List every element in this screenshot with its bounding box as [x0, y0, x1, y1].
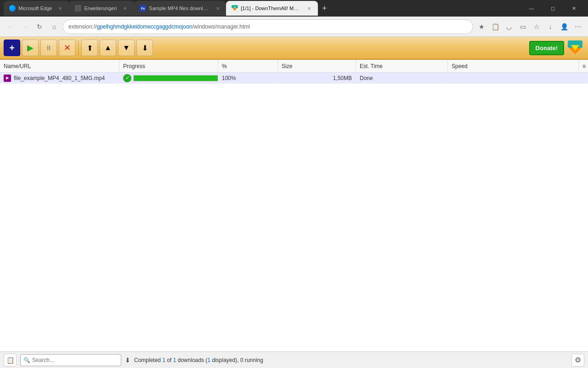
tab-microsoft-edge[interactable]: Microsoft Edge ✕	[4, 1, 69, 16]
tab-erweiterungen[interactable]: Erweiterungen ✕	[69, 1, 134, 16]
minimize-button[interactable]: —	[521, 1, 542, 16]
navigation-bar: ← → ↻ ⌂ extension://gpelhghmdgkkeidomecc…	[0, 17, 588, 37]
tab-sample-mp4[interactable]: Fe Sample MP4 files download | Fil... ✕	[134, 1, 226, 16]
refresh-button[interactable]: ↻	[33, 20, 46, 33]
stop-icon: ✕	[64, 43, 71, 53]
move-up-icon: ▲	[104, 44, 112, 52]
download-icon[interactable]: ↓	[544, 20, 557, 33]
favorites-bar-icon[interactable]: ☆	[530, 20, 543, 33]
address-bar[interactable]: extension://gpelhghmdgkkeidomeccgaggdcmo…	[62, 19, 473, 34]
tab-erweiterungen-close[interactable]: ✕	[121, 5, 129, 12]
new-tab-button[interactable]: +	[318, 2, 331, 15]
cell-esttime: Done	[356, 73, 448, 83]
progress-bar-container	[133, 75, 218, 81]
address-path: /windows/manager.html	[192, 23, 250, 30]
col-header-esttime[interactable]: Est. Time	[356, 60, 448, 72]
cell-size: 1,50MB	[278, 73, 356, 83]
file-name: file_example_MP4_480_1_5MG.mp4	[14, 75, 105, 81]
maximize-button[interactable]: ◻	[542, 1, 563, 16]
start-button[interactable]: ▶	[22, 40, 39, 56]
cell-name: ▶ file_example_MP4_480_1_5MG.mp4	[0, 73, 119, 83]
search-box[interactable]: 🔍	[20, 354, 121, 366]
back-button[interactable]: ←	[4, 20, 17, 33]
search-input[interactable]	[32, 357, 118, 363]
col-header-progress[interactable]: Progress	[119, 60, 218, 72]
add-download-button[interactable]: +	[4, 40, 20, 56]
collections-icon[interactable]: 📋	[489, 20, 502, 33]
file-type-icon: ▶	[4, 75, 11, 82]
title-bar: Microsoft Edge ✕ Erweiterungen ✕ Fe Samp…	[0, 0, 588, 17]
tab-downthemall-close[interactable]: ✕	[306, 5, 312, 12]
move-to-top-button[interactable]: ⬆	[81, 40, 98, 56]
content-area: Name/URL Progress % Size Est. Time Speed…	[0, 60, 588, 351]
close-button[interactable]: ✕	[563, 1, 584, 16]
settings-menu-icon[interactable]: ⋯	[571, 20, 584, 33]
search-icon: 🔍	[23, 357, 30, 363]
address-domain: gpelhghmdgkkeidomeccgaggdcmojoon	[96, 23, 192, 30]
esttime-value: Done	[360, 75, 373, 81]
col-header-percent[interactable]: %	[218, 60, 278, 72]
settings-button[interactable]: ⚙	[571, 354, 584, 367]
favorites-icon[interactable]: ★	[475, 20, 488, 33]
tab-downthemall[interactable]: [1/1] - DownThemAll! Manager ✕	[226, 1, 318, 16]
move-top-icon: ⬆	[87, 44, 93, 52]
download-status-icon: ⬇	[125, 356, 130, 364]
window-controls: — ◻ ✕	[521, 1, 584, 16]
add-icon: +	[9, 43, 15, 53]
move-up-button[interactable]: ▲	[100, 40, 116, 56]
home-button[interactable]: ⌂	[48, 20, 61, 33]
tab-microsoft-edge-label: Microsoft Edge	[18, 6, 52, 11]
complete-check-icon: ✓	[123, 74, 131, 82]
tab-groups-icon[interactable]: ▭	[516, 20, 529, 33]
edge-tab-icon	[9, 5, 16, 12]
move-to-bottom-button[interactable]: ⬇	[136, 40, 153, 56]
col-header-size[interactable]: Size	[278, 60, 356, 72]
dta-tab-icon	[232, 5, 238, 12]
tab-erweiterungen-label: Erweiterungen	[84, 6, 117, 11]
cell-speed	[448, 73, 588, 83]
fe-tab-icon: Fe	[140, 5, 146, 12]
col-header-menu[interactable]: ≡	[579, 60, 588, 72]
status-pre: Completed	[134, 357, 162, 363]
move-down-icon: ▼	[123, 44, 130, 52]
ext-tab-icon	[75, 5, 81, 12]
pause-icon: ⏸	[45, 44, 52, 52]
table-row[interactable]: ▶ file_example_MP4_480_1_5MG.mp4 ✓ 100%	[0, 73, 588, 84]
status-bar: 📋 🔍 ⬇ Completed 1 of 1 downloads (1 disp…	[0, 351, 588, 368]
percent-value: 100%	[222, 75, 236, 81]
address-protocol: extension://	[68, 23, 96, 30]
status-mid3: displayed),	[210, 357, 240, 363]
status-icon-button[interactable]: 📋	[4, 354, 17, 367]
status-text: Completed 1 of 1 downloads (1 displayed)…	[134, 357, 568, 363]
stop-button[interactable]: ✕	[59, 40, 75, 56]
play-icon: ▶	[27, 43, 34, 53]
move-bottom-icon: ⬇	[142, 44, 148, 52]
profile-icon[interactable]: 👤	[558, 20, 571, 33]
tab-sample-mp4-label: Sample MP4 files download | Fil...	[149, 6, 210, 11]
tab-downthemall-label: [1/1] - DownThemAll! Manager	[241, 6, 301, 11]
table-header: Name/URL Progress % Size Est. Time Speed…	[0, 60, 588, 73]
forward-button[interactable]: →	[18, 20, 31, 33]
toolbar-separator-1	[78, 40, 79, 55]
extensions-icon[interactable]: ◡	[503, 20, 515, 33]
status-mid: of	[165, 357, 173, 363]
col-header-speed[interactable]: Speed	[448, 60, 579, 72]
donate-button[interactable]: Donate!	[529, 41, 564, 55]
size-value: 1,50MB	[333, 75, 352, 81]
pause-button[interactable]: ⏸	[40, 40, 57, 56]
col-header-name[interactable]: Name/URL	[0, 60, 119, 72]
status-running: 0	[240, 357, 243, 363]
dta-logo	[566, 40, 584, 56]
table-body: ▶ file_example_MP4_480_1_5MG.mp4 ✓ 100%	[0, 73, 588, 351]
nav-icons: ★ 📋 ◡ ▭ ☆ ↓ 👤 ⋯	[475, 20, 584, 33]
tab-sample-mp4-close[interactable]: ✕	[215, 5, 220, 12]
tab-microsoft-edge-close[interactable]: ✕	[57, 5, 64, 12]
dta-toolbar: + ▶ ⏸ ✕ ⬆ ▲ ▼ ⬇ Donate!	[0, 37, 588, 60]
status-post: running	[243, 357, 263, 363]
move-down-button[interactable]: ▼	[118, 40, 135, 56]
cell-progress: ✓	[119, 73, 218, 83]
status-mid2: downloads (	[176, 357, 207, 363]
cell-percent: 100%	[218, 73, 278, 83]
progress-bar-fill	[134, 75, 218, 81]
